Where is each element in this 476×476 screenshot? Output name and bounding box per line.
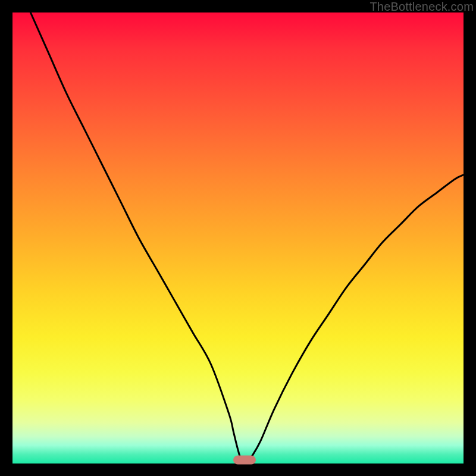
plot-area	[12, 12, 464, 464]
bottleneck-curve	[12, 12, 464, 464]
chart-frame: TheBottleneck.com	[0, 0, 476, 476]
curve-path	[30, 12, 464, 464]
watermark-text: TheBottleneck.com	[369, 0, 474, 14]
optimal-marker	[233, 456, 256, 465]
